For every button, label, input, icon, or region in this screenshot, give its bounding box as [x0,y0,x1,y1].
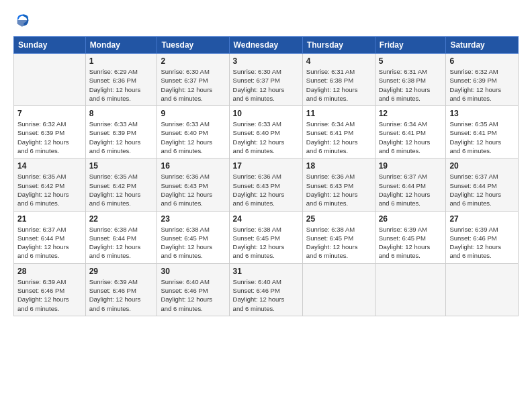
header-cell-sunday: Sunday [14,37,86,54]
calendar-cell: 31Sunrise: 6:40 AM Sunset: 6:46 PM Dayli… [229,263,302,316]
calendar-cell: 10Sunrise: 6:33 AM Sunset: 6:40 PM Dayli… [229,106,302,158]
day-number: 21 [17,214,82,224]
calendar-cell: 28Sunrise: 6:39 AM Sunset: 6:46 PM Dayli… [14,263,86,316]
day-number: 29 [89,267,154,276]
calendar-cell: 2Sunrise: 6:30 AM Sunset: 6:37 PM Daylig… [157,54,229,106]
calendar-cell: 14Sunrise: 6:35 AM Sunset: 6:42 PM Dayli… [14,158,86,211]
day-info: Sunrise: 6:31 AM Sunset: 6:38 PM Dayligh… [306,67,371,103]
header [13,11,519,30]
day-number: 19 [379,161,443,171]
day-info: Sunrise: 6:35 AM Sunset: 6:41 PM Dayligh… [449,120,515,155]
header-cell-saturday: Saturday [446,37,519,54]
day-info: Sunrise: 6:30 AM Sunset: 6:37 PM Dayligh… [161,67,225,103]
day-number: 31 [233,267,299,276]
day-info: Sunrise: 6:34 AM Sunset: 6:41 PM Dayligh… [306,120,371,155]
day-number: 6 [449,56,515,66]
day-number: 12 [379,109,443,118]
header-cell-thursday: Thursday [302,37,375,54]
day-info: Sunrise: 6:40 AM Sunset: 6:46 PM Dayligh… [233,277,299,313]
header-cell-tuesday: Tuesday [157,37,229,54]
calendar-cell: 23Sunrise: 6:38 AM Sunset: 6:45 PM Dayli… [157,211,229,263]
header-cell-friday: Friday [375,37,446,54]
calendar-week-3: 14Sunrise: 6:35 AM Sunset: 6:42 PM Dayli… [14,158,519,211]
calendar-cell: 30Sunrise: 6:40 AM Sunset: 6:46 PM Dayli… [157,263,229,316]
day-number: 5 [379,56,443,66]
calendar-cell: 11Sunrise: 6:34 AM Sunset: 6:41 PM Dayli… [302,106,375,158]
day-info: Sunrise: 6:40 AM Sunset: 6:46 PM Dayligh… [161,277,225,313]
day-number: 28 [17,267,82,276]
day-info: Sunrise: 6:39 AM Sunset: 6:46 PM Dayligh… [89,277,154,313]
day-info: Sunrise: 6:36 AM Sunset: 6:43 PM Dayligh… [233,172,299,208]
calendar-week-5: 28Sunrise: 6:39 AM Sunset: 6:46 PM Dayli… [14,263,519,316]
day-number: 9 [161,109,225,118]
calendar-week-2: 7Sunrise: 6:32 AM Sunset: 6:39 PM Daylig… [14,106,519,158]
day-number: 2 [161,56,225,66]
calendar-cell: 24Sunrise: 6:38 AM Sunset: 6:45 PM Dayli… [229,211,302,263]
calendar-cell [375,263,446,316]
day-number: 26 [379,214,443,224]
day-info: Sunrise: 6:32 AM Sunset: 6:39 PM Dayligh… [17,120,82,155]
day-number: 15 [89,161,154,171]
day-info: Sunrise: 6:29 AM Sunset: 6:36 PM Dayligh… [89,67,154,103]
day-info: Sunrise: 6:37 AM Sunset: 6:44 PM Dayligh… [379,172,443,208]
day-info: Sunrise: 6:38 AM Sunset: 6:45 PM Dayligh… [233,225,299,261]
calendar-cell [14,54,86,106]
day-number: 11 [306,109,371,118]
day-info: Sunrise: 6:32 AM Sunset: 6:39 PM Dayligh… [449,67,515,103]
calendar-cell: 9Sunrise: 6:33 AM Sunset: 6:40 PM Daylig… [157,106,229,158]
day-info: Sunrise: 6:38 AM Sunset: 6:45 PM Dayligh… [161,225,225,261]
day-number: 16 [161,161,225,171]
calendar-cell: 5Sunrise: 6:31 AM Sunset: 6:38 PM Daylig… [375,54,446,106]
calendar-cell: 26Sunrise: 6:39 AM Sunset: 6:45 PM Dayli… [375,211,446,263]
calendar-body: 1Sunrise: 6:29 AM Sunset: 6:36 PM Daylig… [14,54,519,316]
calendar-cell: 17Sunrise: 6:36 AM Sunset: 6:43 PM Dayli… [229,158,302,211]
calendar-header-row: SundayMondayTuesdayWednesdayThursdayFrid… [14,37,519,54]
day-number: 13 [449,109,515,118]
calendar-cell: 6Sunrise: 6:32 AM Sunset: 6:39 PM Daylig… [446,54,519,106]
day-number: 25 [306,214,371,224]
day-info: Sunrise: 6:35 AM Sunset: 6:42 PM Dayligh… [17,172,82,208]
svg-marker-0 [17,20,29,27]
calendar-cell: 1Sunrise: 6:29 AM Sunset: 6:36 PM Daylig… [85,54,157,106]
calendar-cell [302,263,375,316]
calendar-cell: 12Sunrise: 6:34 AM Sunset: 6:41 PM Dayli… [375,106,446,158]
day-info: Sunrise: 6:37 AM Sunset: 6:44 PM Dayligh… [449,172,515,208]
day-info: Sunrise: 6:36 AM Sunset: 6:43 PM Dayligh… [306,172,371,208]
day-number: 27 [449,214,515,224]
day-number: 30 [161,267,225,276]
header-cell-wednesday: Wednesday [229,37,302,54]
day-info: Sunrise: 6:38 AM Sunset: 6:45 PM Dayligh… [306,225,371,261]
day-number: 22 [89,214,154,224]
day-info: Sunrise: 6:39 AM Sunset: 6:46 PM Dayligh… [449,225,515,261]
calendar-week-1: 1Sunrise: 6:29 AM Sunset: 6:36 PM Daylig… [14,54,519,106]
calendar-cell: 29Sunrise: 6:39 AM Sunset: 6:46 PM Dayli… [85,263,157,316]
day-info: Sunrise: 6:33 AM Sunset: 6:40 PM Dayligh… [233,120,299,155]
calendar-cell: 20Sunrise: 6:37 AM Sunset: 6:44 PM Dayli… [446,158,519,211]
calendar-cell: 19Sunrise: 6:37 AM Sunset: 6:44 PM Dayli… [375,158,446,211]
calendar-cell [446,263,519,316]
day-info: Sunrise: 6:39 AM Sunset: 6:46 PM Dayligh… [17,277,82,313]
calendar-cell: 16Sunrise: 6:36 AM Sunset: 6:43 PM Dayli… [157,158,229,211]
logo [13,11,35,30]
day-number: 4 [306,56,371,66]
day-info: Sunrise: 6:33 AM Sunset: 6:40 PM Dayligh… [161,120,225,155]
logo-icon [13,11,32,30]
day-number: 23 [161,214,225,224]
calendar-cell: 25Sunrise: 6:38 AM Sunset: 6:45 PM Dayli… [302,211,375,263]
page: SundayMondayTuesdayWednesdayThursdayFrid… [0,0,532,411]
calendar-cell: 15Sunrise: 6:35 AM Sunset: 6:42 PM Dayli… [85,158,157,211]
calendar-cell: 22Sunrise: 6:38 AM Sunset: 6:44 PM Dayli… [85,211,157,263]
day-info: Sunrise: 6:30 AM Sunset: 6:37 PM Dayligh… [233,67,299,103]
day-number: 8 [89,109,154,118]
day-number: 17 [233,161,299,171]
calendar-cell: 27Sunrise: 6:39 AM Sunset: 6:46 PM Dayli… [446,211,519,263]
day-info: Sunrise: 6:31 AM Sunset: 6:38 PM Dayligh… [379,67,443,103]
calendar-cell: 3Sunrise: 6:30 AM Sunset: 6:37 PM Daylig… [229,54,302,106]
calendar-cell: 4Sunrise: 6:31 AM Sunset: 6:38 PM Daylig… [302,54,375,106]
day-number: 18 [306,161,371,171]
calendar-cell: 13Sunrise: 6:35 AM Sunset: 6:41 PM Dayli… [446,106,519,158]
calendar-week-4: 21Sunrise: 6:37 AM Sunset: 6:44 PM Dayli… [14,211,519,263]
calendar-cell: 18Sunrise: 6:36 AM Sunset: 6:43 PM Dayli… [302,158,375,211]
calendar-cell: 21Sunrise: 6:37 AM Sunset: 6:44 PM Dayli… [14,211,86,263]
day-number: 3 [233,56,299,66]
